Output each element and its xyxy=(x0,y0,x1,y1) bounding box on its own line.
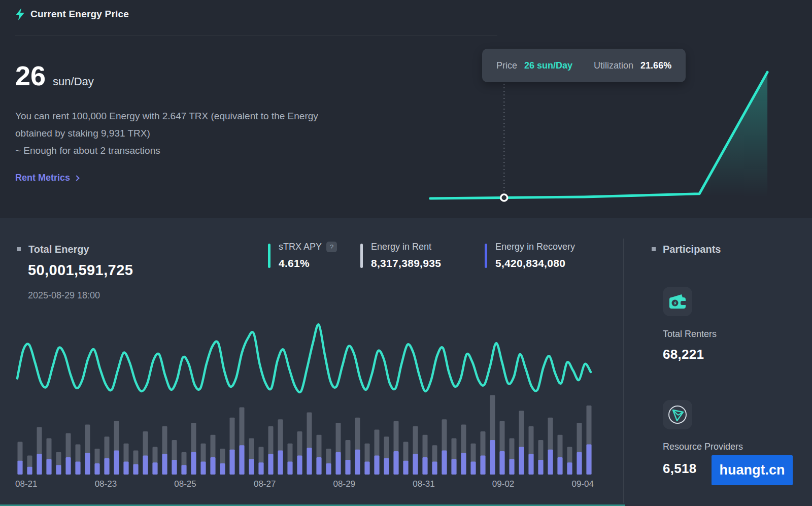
bar-segment xyxy=(538,460,544,475)
bar-segment xyxy=(162,454,167,475)
bar-segment xyxy=(375,456,380,475)
total-energy-value: 50,001,591,725 xyxy=(28,262,133,279)
bar-segment xyxy=(249,459,254,475)
total-energy-chart[interactable] xyxy=(15,317,594,477)
rent-metrics-link[interactable]: Rent Metrics xyxy=(15,173,79,183)
strx-apy-label-row: sTRX APY ? xyxy=(279,242,337,252)
hover-marker xyxy=(501,194,507,201)
energy-in-recovery-value: 5,420,834,080 xyxy=(495,257,575,269)
bar-segment xyxy=(230,450,235,475)
rent-metrics-label: Rent Metrics xyxy=(15,173,70,183)
x-axis-tick-label: 09-04 xyxy=(571,479,593,489)
bar-segment xyxy=(201,462,206,475)
bar-segment xyxy=(85,453,90,475)
bar-segment xyxy=(461,453,466,475)
x-axis-tick-label: 08-29 xyxy=(333,479,355,489)
bar-segment xyxy=(365,462,370,475)
x-axis-tick-label: 08-31 xyxy=(413,479,434,489)
energy-in-rent-label: Energy in Rent xyxy=(371,242,431,252)
chevron-right-icon xyxy=(74,175,79,181)
bar-segment xyxy=(133,464,139,475)
bar-segment xyxy=(490,440,495,475)
bar-segment xyxy=(355,450,360,475)
bar-segment xyxy=(384,458,389,475)
strx-apy-value: 4.61% xyxy=(279,257,337,269)
x-axis-labels: 08-2108-2308-2508-2708-2908-3109-0209-04 xyxy=(15,479,594,489)
strx-apy-accent-bar xyxy=(268,244,270,268)
total-energy-label: Total Energy xyxy=(28,244,89,255)
bar-segment xyxy=(288,462,293,475)
x-axis-tick-label: 08-25 xyxy=(174,479,196,489)
bar-segment xyxy=(500,451,505,475)
energy-history-panel: Total Energy 50,001,591,725 2025-08-29 1… xyxy=(0,218,812,506)
energy-trend-path xyxy=(17,324,591,392)
tooltip-utilization-value: 21.66% xyxy=(640,60,671,71)
help-icon[interactable]: ? xyxy=(326,242,337,252)
chart-hover-tooltip: Price 26 sun/Day Utilization 21.66% xyxy=(482,49,686,82)
bar-segment xyxy=(336,452,341,475)
bar-segment xyxy=(558,457,563,475)
bar-segment xyxy=(529,454,534,475)
strx-apy-label: sTRX APY xyxy=(279,242,322,252)
bar-segment xyxy=(47,459,52,475)
bar-segment xyxy=(567,462,572,475)
bar-segment xyxy=(37,454,42,475)
current-price: 26 sun/Day xyxy=(15,60,94,91)
bar-segment xyxy=(307,448,312,475)
description-line-3: ~ Enough for about 2 transactions xyxy=(15,142,318,159)
page-title: Current Energy Price xyxy=(30,9,129,20)
participants-divider xyxy=(623,239,624,503)
tooltip-utilization-label: Utilization xyxy=(594,60,633,71)
tooltip-price-label: Price xyxy=(496,60,517,71)
total-renters-label: Total Renters xyxy=(663,329,717,340)
stat-energy-in-rent: Energy in Rent 8,317,389,935 xyxy=(360,242,441,269)
bar-segment xyxy=(413,454,418,475)
bar-segment xyxy=(326,463,331,475)
bar-segment xyxy=(153,462,158,475)
energy-in-rent-accent-bar xyxy=(360,244,363,268)
bar-segment xyxy=(124,462,129,475)
energy-in-recovery-accent-bar xyxy=(485,244,487,268)
lightning-icon xyxy=(15,8,25,20)
bar-segment xyxy=(114,450,119,475)
bar-segment xyxy=(182,465,187,475)
watermark-link[interactable]: huangt.cn xyxy=(712,455,793,485)
bar-segment xyxy=(18,461,23,475)
bar-segment xyxy=(403,461,409,475)
resource-providers-label: Resource Providers xyxy=(663,442,743,452)
tooltip-price-value: 26 sun/Day xyxy=(524,60,572,71)
bar-segment xyxy=(56,465,61,475)
page-header: Current Energy Price xyxy=(15,8,129,20)
resource-providers-tile xyxy=(663,400,692,429)
total-energy-timestamp: 2025-08-29 18:00 xyxy=(28,290,100,301)
bar-segment xyxy=(317,457,322,475)
stat-energy-in-recovery: Energy in Recovery 5,420,834,080 xyxy=(485,242,575,269)
bar-segment xyxy=(346,460,351,475)
bar-segment xyxy=(577,452,582,475)
wallet-icon xyxy=(668,293,687,310)
bar-segment xyxy=(240,445,245,475)
bar-segment xyxy=(278,450,283,475)
bar-segment xyxy=(297,456,302,475)
total-renters-value: 68,221 xyxy=(663,347,704,362)
price-value: 26 xyxy=(15,60,46,91)
bar-segment xyxy=(548,450,553,475)
price-description: You can rent 100,000 Energy with 2.647 T… xyxy=(15,108,318,159)
price-panel: Current Energy Price 26 sun/Day You can … xyxy=(0,0,812,218)
bar-segment xyxy=(442,450,447,475)
description-line-1: You can rent 100,000 Energy with 2.647 T… xyxy=(15,108,318,125)
x-axis-tick-label: 08-21 xyxy=(15,479,37,489)
x-axis-tick-label: 09-02 xyxy=(492,479,514,489)
participants-bullet xyxy=(652,247,656,251)
bar-segment xyxy=(471,462,476,475)
bars-group xyxy=(18,395,592,475)
bar-segment xyxy=(76,462,81,475)
bar-segment xyxy=(481,456,486,475)
bar-segment xyxy=(191,452,196,475)
energy-in-recovery-label: Energy in Recovery xyxy=(495,242,575,252)
bar-segment xyxy=(259,462,264,475)
bar-segment xyxy=(211,457,216,475)
bar-segment xyxy=(519,447,524,475)
x-axis-tick-label: 08-27 xyxy=(254,479,276,489)
bar-segment xyxy=(172,460,177,475)
